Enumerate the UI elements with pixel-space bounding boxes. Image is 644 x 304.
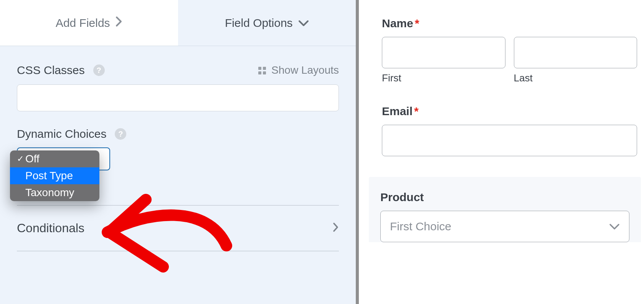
check-icon: ✓: [15, 154, 25, 164]
field-product: Product First Choice: [369, 177, 641, 242]
select-value: First Choice: [390, 220, 451, 233]
field-label-text: Email: [382, 105, 413, 117]
product-select[interactable]: First Choice: [380, 211, 629, 242]
field-options-body: CSS Classes ? Show Layouts Dyn: [0, 46, 356, 251]
svg-rect-0: [258, 67, 261, 70]
svg-rect-3: [263, 71, 266, 74]
field-label-text: Product: [380, 191, 424, 203]
chevron-down-icon: [298, 17, 309, 30]
option-label: CSS Classes: [17, 64, 85, 77]
field-label-text: Name: [382, 17, 413, 30]
help-icon[interactable]: ?: [115, 128, 126, 140]
chevron-down-icon: [609, 220, 620, 233]
tab-field-options[interactable]: Field Options: [178, 0, 356, 46]
option-label: Dynamic Choices: [17, 127, 106, 140]
option-dynamic-choices: Dynamic Choices ? ✓ Off Post Type: [17, 127, 339, 170]
required-asterisk: *: [414, 105, 419, 117]
dropdown-option-post-type[interactable]: Post Type: [10, 167, 99, 184]
dropdown-option-off[interactable]: ✓ Off: [10, 150, 99, 167]
tab-add-fields[interactable]: Add Fields: [0, 0, 178, 46]
svg-rect-2: [258, 71, 261, 74]
section-label: Conditionals: [17, 221, 84, 235]
option-css-classes: CSS Classes ? Show Layouts: [17, 64, 339, 111]
option-text: Off: [25, 153, 40, 165]
last-name-sublabel: Last: [514, 72, 637, 84]
dropdown-option-taxonomy[interactable]: Taxonomy: [10, 184, 99, 201]
tab-label: Field Options: [225, 17, 293, 30]
show-layouts-button[interactable]: Show Layouts: [258, 64, 339, 76]
tab-label: Add Fields: [56, 17, 110, 30]
first-name-sublabel: First: [382, 72, 505, 84]
svg-rect-1: [263, 67, 266, 70]
builder-left-panel: Add Fields Field Options CSS Classes ?: [0, 0, 359, 304]
form-preview: Name* First Last Email* Product: [359, 0, 644, 304]
show-layouts-label: Show Layouts: [271, 64, 339, 76]
dynamic-choices-dropdown: ✓ Off Post Type Taxonomy: [10, 150, 99, 201]
field-email: Email*: [382, 105, 637, 156]
divider: [17, 251, 339, 251]
chevron-right-icon: [333, 221, 339, 235]
option-text: Taxonomy: [25, 187, 74, 199]
field-name: Name* First Last: [382, 17, 637, 84]
section-conditionals[interactable]: Conditionals: [17, 206, 339, 251]
chevron-right-icon: [116, 16, 122, 30]
option-text: Post Type: [25, 170, 73, 182]
css-classes-input[interactable]: [17, 84, 339, 111]
required-asterisk: *: [415, 17, 419, 30]
grid-icon: [258, 66, 267, 75]
last-name-input[interactable]: [514, 37, 637, 68]
panel-tabs: Add Fields Field Options: [0, 0, 356, 46]
email-input[interactable]: [382, 125, 637, 156]
first-name-input[interactable]: [382, 37, 505, 68]
help-icon[interactable]: ?: [93, 64, 105, 76]
